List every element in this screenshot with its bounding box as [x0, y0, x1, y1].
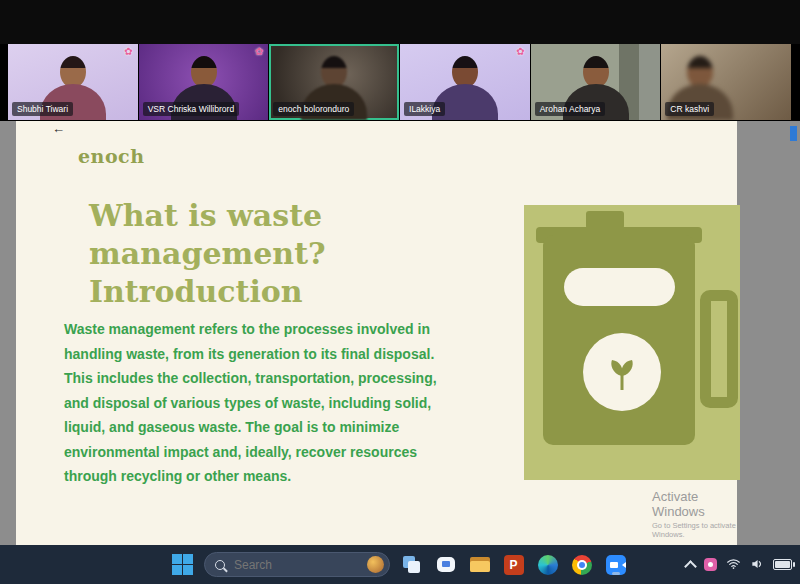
- participant-tile[interactable]: ✿ VSR Chriska Willibrord: [139, 44, 269, 120]
- battery-icon[interactable]: [773, 559, 792, 570]
- zoom-window-top: [0, 0, 800, 44]
- slide-title-line: Introduction: [89, 273, 326, 311]
- plant-badge: [583, 333, 661, 411]
- chat-icon: [437, 557, 455, 572]
- watermark-subtitle: Go to Settings to activate Windows.: [652, 521, 737, 539]
- participant-name: enoch boloronduro: [273, 102, 354, 117]
- slide-title: What is waste management? Introduction: [89, 197, 326, 311]
- can-handle: [700, 290, 738, 408]
- slide-body-line: and disposal of various types of waste, …: [64, 391, 542, 416]
- start-pane: [172, 565, 182, 575]
- search-input[interactable]: [232, 557, 360, 573]
- start-pane: [183, 565, 193, 575]
- start-pane: [172, 554, 182, 564]
- participant-tile[interactable]: ✿ ILakkiya: [400, 44, 530, 120]
- participant-name: ILakkiya: [404, 102, 445, 117]
- chrome-icon: [572, 555, 592, 575]
- taskbar: P: [0, 545, 800, 584]
- participant-name: Arohan Acharya: [535, 102, 605, 117]
- chat-button[interactable]: [434, 553, 457, 576]
- start-pane: [183, 554, 193, 564]
- taskbar-search[interactable]: [204, 552, 390, 577]
- slide-body-line: environmental impact and, ideally, recov…: [64, 440, 542, 465]
- participant-tile-active-speaker[interactable]: enoch boloronduro: [269, 44, 399, 120]
- powerpoint-button[interactable]: P: [502, 553, 525, 576]
- presenter-label: enoch: [78, 145, 144, 167]
- can-label: [564, 268, 675, 306]
- slide-body-text: Waste management refers to the processes…: [64, 317, 542, 489]
- presentation-slide: ← enoch What is waste management? Introd…: [16, 121, 737, 545]
- edge-button[interactable]: [536, 553, 559, 576]
- watermark-title: Activate Windows: [652, 489, 737, 519]
- brand-logo-icon: ✿: [255, 47, 263, 57]
- start-button[interactable]: [172, 554, 193, 575]
- slide-body-line: liquid, and gaseous waste. The goal is t…: [64, 415, 542, 440]
- slide-body-line: handling waste, from its generation to i…: [64, 342, 542, 367]
- tray-chevron-icon[interactable]: [684, 560, 697, 573]
- screen: ✿ Shubhi Tiwari ✿ VSR Chriska Willibrord…: [0, 0, 800, 584]
- participant-tile[interactable]: ✿ Shubhi Tiwari: [8, 44, 138, 120]
- slide-body-line: through recycling or other means.: [64, 464, 542, 489]
- search-highlight-icon: [367, 556, 384, 573]
- leaf-icon: [602, 352, 642, 392]
- waste-can-illustration: [543, 235, 695, 445]
- running-indicator: [612, 572, 620, 575]
- participant-tile[interactable]: Arohan Acharya: [531, 44, 661, 120]
- zoom-app-button[interactable]: [604, 553, 627, 576]
- powerpoint-icon: P: [504, 555, 524, 575]
- participant-name: Shubhi Tiwari: [12, 102, 73, 117]
- illustration-panel: [524, 205, 740, 480]
- participant-tile[interactable]: CR kashvi: [661, 44, 791, 120]
- system-tray: [686, 554, 792, 574]
- edge-icon: [538, 555, 558, 575]
- brand-logo-icon: ✿: [516, 47, 524, 57]
- participant-name: CR kashvi: [665, 102, 714, 117]
- search-icon: [215, 560, 225, 570]
- video-strip: ✿ Shubhi Tiwari ✿ VSR Chriska Willibrord…: [0, 44, 800, 121]
- shared-screen-area: ← enoch What is waste management? Introd…: [0, 121, 800, 545]
- activate-windows-watermark: Activate Windows Go to Settings to activ…: [652, 489, 737, 539]
- participant-name: VSR Chriska Willibrord: [143, 102, 239, 117]
- wifi-icon[interactable]: [726, 557, 741, 571]
- scrollbar-thumb[interactable]: [790, 126, 797, 141]
- slide-body-line: Waste management refers to the processes…: [64, 317, 542, 342]
- tray-app-icon[interactable]: [704, 558, 717, 571]
- slide-title-line: management?: [89, 235, 326, 273]
- volume-icon[interactable]: [750, 557, 764, 571]
- file-explorer-button[interactable]: [468, 553, 491, 576]
- slide-body-line: This includes the collection, transporta…: [64, 366, 542, 391]
- brand-logo-icon: ✿: [124, 47, 132, 57]
- back-arrow-icon[interactable]: ←: [52, 121, 65, 136]
- chrome-button[interactable]: [570, 553, 593, 576]
- slide-title-line: What is waste: [89, 197, 326, 235]
- file-explorer-icon: [470, 557, 490, 572]
- task-view-button[interactable]: [400, 553, 423, 576]
